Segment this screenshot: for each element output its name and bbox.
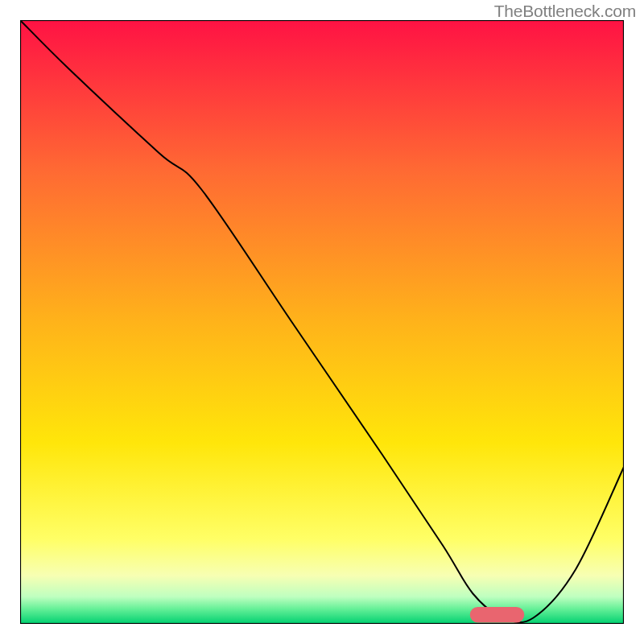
chart-svg (20, 20, 624, 624)
chart-background (20, 20, 624, 624)
attribution-text: TheBottleneck.com (494, 2, 636, 21)
min-marker (470, 607, 525, 623)
chart-container (20, 20, 624, 624)
